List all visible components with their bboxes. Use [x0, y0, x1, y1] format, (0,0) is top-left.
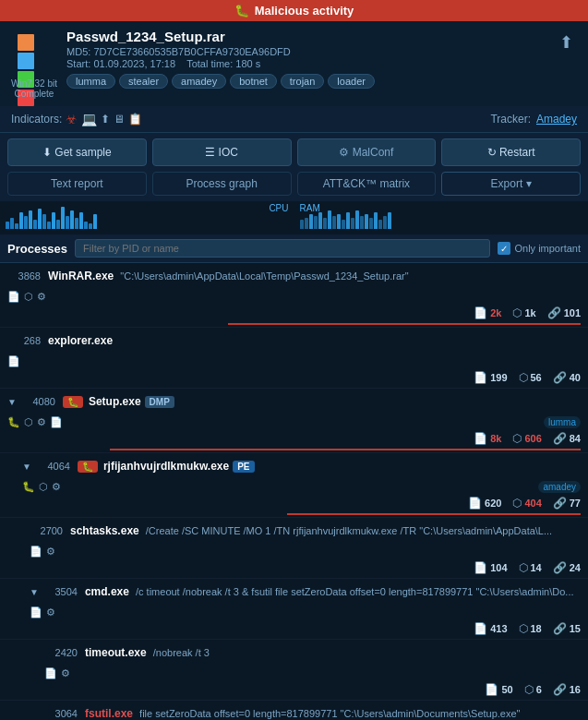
- stat-files: 📄 2k: [474, 306, 501, 319]
- stat-net: ⬡ 56: [519, 371, 542, 384]
- total-time: 180 s: [235, 58, 260, 69]
- processes-header: Processes ✓ Only important: [0, 234, 588, 263]
- net-val: 404: [524, 498, 541, 509]
- files-val: 8k: [490, 433, 501, 444]
- tab-attck-matrix[interactable]: ATT&CK™ matrix: [297, 172, 437, 196]
- bug-icon: 🐛: [22, 481, 35, 493]
- file-icon: 📄: [474, 561, 487, 574]
- badge-red-rjfi: 🐛: [78, 461, 98, 473]
- gear-icon: ⚙: [61, 667, 70, 679]
- stat-net: ⬡ 1k: [512, 306, 535, 319]
- ioc-button[interactable]: ☰ IOC: [152, 138, 292, 166]
- process-row-explorer[interactable]: 268 explorer.exe: [0, 328, 588, 354]
- process-row-setup[interactable]: ▼ 4080 🐛 Setup.exe DMP: [0, 389, 588, 414]
- nodes-icon: ⬡: [524, 683, 534, 696]
- pid-4064: 4064: [37, 461, 70, 472]
- process-filter-input[interactable]: [75, 239, 490, 258]
- processes-title: Processes: [7, 242, 67, 256]
- only-important-toggle[interactable]: ✓ Only important: [498, 242, 581, 255]
- tab-export[interactable]: Export ▾: [441, 172, 581, 196]
- pid-2420: 2420: [44, 647, 78, 658]
- pid-2700: 2700: [30, 525, 63, 536]
- stat-files: 📄 50: [485, 683, 512, 696]
- thread-icon: 🔗: [553, 432, 567, 445]
- tag-trojan[interactable]: trojan: [281, 74, 325, 89]
- doc-icon: 📄: [30, 606, 42, 618]
- threads-val: 16: [570, 684, 581, 695]
- tracker-right: Tracker: Amadey: [490, 113, 577, 126]
- process-row-rjfi4064[interactable]: ▼ 4064 🐛 rjfijanhvujrdlkmukw.exe PE: [0, 453, 588, 479]
- process-row-timeout[interactable]: 2420 timeout.exe /nobreak /t 3: [0, 640, 588, 666]
- start-line: Start: 01.09.2023, 17:18 Total time: 180…: [66, 58, 375, 69]
- net-val: 56: [531, 372, 542, 383]
- ind-icon-3: ⬆: [101, 113, 110, 126]
- process-row-schtasks[interactable]: 2700 schtasks.exe /Create /SC MINUTE /MO…: [0, 518, 588, 544]
- threads-val: 84: [570, 433, 581, 444]
- files-val: 413: [490, 623, 507, 634]
- proc-name-explorer: explorer.exe: [48, 334, 113, 347]
- alert-text: Malicious activity: [255, 4, 354, 18]
- process-row-fsutil[interactable]: 3064 fsutil.exe file setZeroData offset=…: [0, 701, 588, 720]
- file-icon: 📄: [468, 497, 482, 510]
- expand-icon[interactable]: ▼: [7, 397, 17, 407]
- get-sample-button[interactable]: ⬇ Get sample: [7, 138, 147, 166]
- stats-winrar: 📄 2k ⬡ 1k 🔗 101: [0, 305, 588, 323]
- stat-bar-winrar: [228, 323, 581, 325]
- gear-icon: ⚙: [37, 291, 46, 303]
- stat-threads: 🔗 101: [547, 306, 581, 319]
- files-val: 2k: [490, 307, 501, 318]
- stat-net: ⬡ 6: [524, 683, 542, 696]
- tab-text-report[interactable]: Text report: [7, 172, 147, 196]
- nodes-icon: ⬡: [519, 371, 528, 384]
- cpu-ram-row: CPU RAM: [0, 201, 588, 234]
- indicators-row: Indicators: ☣ 💻 ⬆ 🖥 📋 Tracker: Amadey: [0, 106, 588, 133]
- header: Win7 32 bit Complete Passwd_1234_Setup.r…: [0, 21, 588, 106]
- doc-icon: 📄: [30, 546, 42, 558]
- bio-hazard-icon: ☣: [66, 112, 78, 126]
- restart-label: ↻ Restart: [487, 146, 535, 159]
- cpu-icon: 💻: [81, 112, 97, 126]
- restart-button[interactable]: ↻ Restart: [441, 138, 581, 166]
- pid-3064: 3064: [44, 708, 78, 719]
- proc-name-fsutil: fsutil.exe: [85, 707, 133, 720]
- proc-name-cmd: cmd.exe: [85, 585, 129, 598]
- proc-icons-cmd: 📄 ⚙: [0, 605, 588, 620]
- tag-amadey[interactable]: amadey: [172, 74, 226, 89]
- tracker-label: Tracker:: [490, 113, 531, 126]
- stat-bar-rjfi4064: [287, 513, 582, 515]
- stat-threads: 🔗 16: [553, 683, 581, 696]
- proc-cmd-timeout: /nobreak /t 3: [150, 647, 581, 658]
- tag-stealer[interactable]: stealer: [119, 74, 168, 89]
- stat-net: ⬡ 404: [512, 497, 541, 510]
- stat-files: 📄 199: [474, 371, 507, 384]
- header-left: Win7 32 bit Complete Passwd_1234_Setup.r…: [11, 29, 375, 99]
- process-row-cmd[interactable]: ▼ 3504 cmd.exe /c timeout /nobreak /t 3 …: [0, 579, 588, 605]
- process-row-winrar[interactable]: 3868 WinRAR.exe "C:\Users\admin\AppData\…: [0, 263, 588, 289]
- stats-rjfi4064: 📄 620 ⬡ 404 🔗 77: [0, 495, 588, 513]
- list-item: 3064 fsutil.exe file setZeroData offset=…: [0, 701, 588, 720]
- threads-val: 15: [570, 623, 581, 634]
- expand-icon[interactable]: ▼: [22, 462, 31, 472]
- share-button[interactable]: ⬆: [556, 29, 577, 56]
- pid-268: 268: [7, 335, 41, 346]
- tag-lumma[interactable]: lumma: [66, 74, 115, 89]
- stat-threads: 🔗 77: [553, 497, 581, 510]
- tag-loader[interactable]: loader: [328, 74, 375, 89]
- net-val: 6: [536, 684, 542, 695]
- only-important-checkbox[interactable]: ✓: [498, 242, 510, 255]
- ind-icon-4: 🖥: [114, 113, 125, 126]
- thread-icon: 🔗: [553, 371, 567, 384]
- expand-icon[interactable]: ▼: [30, 587, 39, 597]
- file-icon: 📄: [474, 432, 487, 445]
- malconf-button[interactable]: ⚙ MalConf: [297, 138, 437, 166]
- proc-name-setup: Setup.exe: [89, 395, 141, 408]
- proc-cmd-cmd: /c timeout /nobreak /t 3 & fsutil file s…: [133, 586, 581, 597]
- tracker-value[interactable]: Amadey: [536, 113, 577, 126]
- tab-process-graph[interactable]: Process graph: [152, 172, 292, 196]
- proc-icons-schtasks: 📄 ⚙: [0, 544, 588, 559]
- proc-cmd-winrar: "C:\Users\admin\AppData\Local\Temp\Passw…: [117, 270, 581, 282]
- tag-botnet[interactable]: botnet: [230, 74, 277, 89]
- ind-icon-5: 📋: [128, 113, 142, 126]
- bug-icon: 🐛: [7, 416, 20, 428]
- net-val: 18: [531, 623, 542, 634]
